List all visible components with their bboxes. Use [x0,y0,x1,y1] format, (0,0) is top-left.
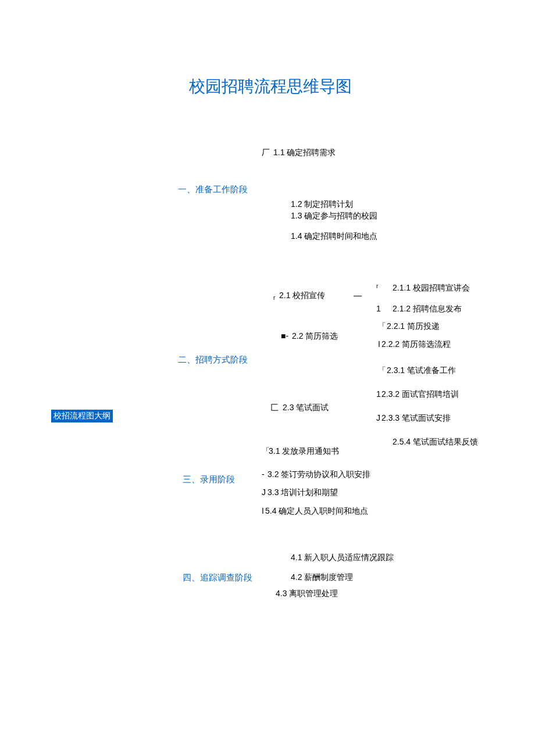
branch-2-item-3-prefix: 匚 [270,403,279,413]
branch-2-item-3-sub-2-prefix: 1 [376,389,381,399]
branch-3-item-4: 5.4 确定人员入职时间和地点 [265,506,368,517]
branch-2-item-1-sub-2-prefix: 1 [376,304,381,313]
branch-1-item-2: 1.2 制定招聘计划 [291,199,353,210]
branch-2-item-1-suffix: — [354,291,362,300]
branch-1-item-1-prefix: 厂 [262,148,270,158]
branch-1-item-4: 1.4 确定招聘时间和地点 [291,231,377,242]
branch-2-item-3-sub-2: 2.3.2 面试官招聘培训 [381,389,459,400]
branch-2-item-1-sub-1-prefix: r [376,283,378,289]
branch-2-item-3-sub-1-prefix: 「 [378,366,386,376]
branch-2-item-3: 2.3 笔试面试 [283,403,329,413]
branch-4-label: 四、追踪调查阶段 [183,572,252,583]
branch-2-item-2-sub-2: 2.2.2 简历筛选流程 [381,339,451,350]
branch-4-item-3: 4.3 离职管理处理 [276,589,338,599]
branch-4-item-2: 4.2 薪酬制度管理 [291,572,353,583]
branch-4-item-1: 4.1 新入职人员适应情况跟踪 [291,553,394,563]
branch-3-item-3: 3.3 培训计划和期望 [268,488,338,498]
branch-3-item-4-prefix: I [262,506,264,515]
branch-2-item-2-sub-1-prefix: 「 [378,321,386,332]
branch-2-item-1: 2.1 校招宣传 [279,291,325,301]
branch-2-item-3-sub-3: 2.3.3 笔试面试安排 [381,413,451,424]
branch-1-item-3: 1.3 确定参与招聘的校园 [291,211,377,221]
branch-2-item-1-sub-2: 2.1.2 招聘信息发布 [393,304,462,314]
branch-2-item-2-sub-1: 2.2.1 简历投递 [387,321,440,332]
branch-2-item-2-sub-2-prefix: I [378,339,380,349]
branch-2-item-3-sub-3-prefix: J [376,413,380,422]
root-node: 校招流程图大纲 [51,410,113,422]
branch-2-label: 二、招聘方式阶段 [178,354,248,366]
branch-2-item-3-sub-4: 2.5.4 笔试面试结果反馈 [393,437,478,447]
branch-1-item-1: 1.1 确定招聘需求 [273,148,336,158]
branch-2-item-2: 2.2 简历筛选 [292,331,338,342]
branch-3-item-2-prefix: - [262,470,265,479]
branch-3-item-1: 3.1 发放录用通知书 [269,446,339,457]
branch-2-item-1-prefix: r [273,295,275,301]
branch-2-item-1-sub-1: 2.1.1 校园招聘宣讲会 [393,283,470,293]
branch-3-label: 三、录用阶段 [183,474,235,485]
page-title: 校园招聘流程思维导图 [189,76,352,98]
branch-2-item-3-sub-1: 2.3.1 笔试准备工作 [387,366,456,376]
branch-3-item-2: 3.2 签订劳动协议和入职安排 [268,470,370,480]
branch-2-item-2-prefix: ■- [281,331,288,341]
branch-1-label: 一、准备工作阶段 [178,184,248,195]
branch-3-item-3-prefix: J [262,488,266,497]
